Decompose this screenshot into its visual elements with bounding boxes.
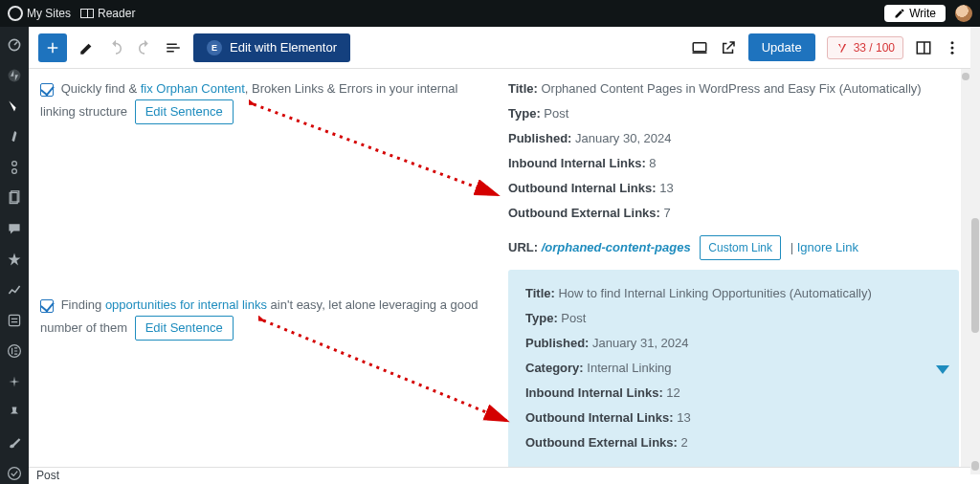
suggestions-column: Title: Orphaned Content Pages in WordPre… bbox=[508, 78, 959, 467]
brush-icon[interactable] bbox=[6, 434, 23, 451]
check-ring-icon[interactable] bbox=[6, 465, 23, 482]
reader-label: Reader bbox=[98, 7, 135, 20]
star-icon[interactable] bbox=[6, 251, 23, 268]
update-button[interactable]: Update bbox=[748, 33, 815, 61]
wp-admin-sidebar bbox=[0, 27, 29, 484]
meta-value: January 30, 2024 bbox=[575, 131, 671, 145]
sentence-block: Finding opportunities for internal links… bbox=[40, 295, 491, 341]
reader-icon bbox=[80, 9, 94, 18]
yoast-icon bbox=[835, 41, 849, 55]
wordpress-logo-icon bbox=[8, 6, 23, 21]
sentence-pre: Quickly find & bbox=[61, 81, 141, 96]
link-icon[interactable] bbox=[6, 159, 23, 176]
suggestion-url[interactable]: /orphaned-content-pages bbox=[542, 240, 691, 254]
elementor-admin-icon[interactable] bbox=[6, 342, 23, 360]
meta-value: Post bbox=[544, 106, 568, 121]
user-avatar[interactable] bbox=[955, 5, 972, 22]
svg-point-12 bbox=[951, 46, 954, 49]
forms-icon[interactable] bbox=[6, 312, 23, 329]
window-scrollbar[interactable] bbox=[970, 27, 980, 474]
content-scrollbar[interactable] bbox=[961, 69, 970, 467]
sentence-anchor[interactable]: fix Orphan Content bbox=[141, 81, 245, 96]
pen-icon bbox=[894, 8, 905, 19]
meta-label: Type: bbox=[525, 311, 558, 325]
sidebar-toggle-button[interactable] bbox=[915, 39, 932, 56]
star2-icon[interactable] bbox=[6, 373, 23, 390]
pushpin-icon[interactable] bbox=[6, 404, 23, 421]
analytics-icon[interactable] bbox=[6, 281, 23, 298]
scrollbar-thumb[interactable] bbox=[971, 218, 979, 333]
meta-label: Type: bbox=[508, 106, 541, 121]
reader-link[interactable]: Reader bbox=[80, 7, 135, 20]
meta-value: Post bbox=[561, 311, 586, 325]
sentence-block: Quickly find & fix Orphan Content, Broke… bbox=[40, 78, 491, 124]
meta-value: How to find Internal Linking Opportuniti… bbox=[558, 286, 871, 300]
undo-button[interactable] bbox=[107, 39, 124, 56]
my-sites-link[interactable]: My Sites bbox=[8, 6, 71, 21]
meta-label: Category: bbox=[525, 361, 584, 375]
meta-value: 2 bbox=[681, 435, 688, 450]
meta-value: January 31, 2024 bbox=[592, 336, 688, 350]
edit-sentence-button[interactable]: Edit Sentence bbox=[135, 99, 234, 124]
dashboard-icon[interactable] bbox=[6, 36, 23, 54]
meta-label: Outbound External Links: bbox=[508, 206, 660, 220]
sentence-checkbox[interactable] bbox=[40, 299, 54, 313]
meta-label: Inbound Internal Links: bbox=[525, 385, 663, 400]
sentence-pre: Finding bbox=[61, 297, 105, 312]
meta-value: Internal Linking bbox=[587, 361, 671, 375]
my-sites-label: My Sites bbox=[27, 7, 71, 20]
custom-link-button[interactable]: Custom Link bbox=[700, 235, 781, 260]
block-breadcrumb: Post bbox=[29, 467, 970, 484]
redo-button[interactable] bbox=[136, 39, 153, 56]
view-post-button[interactable] bbox=[720, 39, 737, 56]
meta-value: 7 bbox=[664, 206, 671, 220]
meta-label: Inbound Internal Links: bbox=[508, 156, 646, 170]
pages-icon[interactable] bbox=[6, 189, 23, 207]
meta-label: URL: bbox=[508, 240, 538, 254]
svg-point-13 bbox=[951, 51, 954, 54]
plus-icon bbox=[44, 39, 61, 56]
svg-rect-4 bbox=[9, 315, 19, 325]
scrollbar-thumb[interactable] bbox=[971, 461, 979, 471]
ignore-link-button[interactable]: Ignore Link bbox=[797, 240, 858, 254]
meta-label: Title: bbox=[508, 81, 538, 96]
sentence-anchor[interactable]: opportunities for internal links bbox=[105, 297, 267, 312]
elementor-button-label: Edit with Elementor bbox=[230, 40, 337, 55]
svg-point-1 bbox=[9, 70, 21, 82]
expand-caret-icon[interactable] bbox=[936, 365, 949, 374]
meta-value: 12 bbox=[666, 385, 679, 400]
more-menu-button[interactable] bbox=[944, 39, 961, 56]
suggestion-card-selected[interactable]: Title: How to find Internal Linking Oppo… bbox=[508, 270, 959, 467]
preview-device-button[interactable] bbox=[691, 39, 708, 56]
svg-point-6 bbox=[9, 468, 21, 480]
yoast-score-text: 33 / 100 bbox=[854, 41, 895, 55]
scrollbar-thumb[interactable] bbox=[962, 73, 969, 80]
write-label: Write bbox=[909, 7, 936, 20]
meta-label: Title: bbox=[525, 286, 555, 300]
posts-icon[interactable] bbox=[6, 98, 23, 115]
edit-sentence-button[interactable]: Edit Sentence bbox=[135, 316, 234, 341]
jetpack-icon[interactable] bbox=[6, 67, 23, 84]
meta-value: 13 bbox=[659, 181, 673, 195]
sentences-column: Quickly find & fix Orphan Content, Broke… bbox=[40, 78, 491, 467]
media-icon[interactable] bbox=[6, 128, 23, 145]
meta-label: Published: bbox=[525, 336, 589, 350]
meta-value: Orphaned Content Pages in WordPress and … bbox=[541, 81, 921, 96]
svg-point-11 bbox=[951, 41, 954, 44]
meta-label: Outbound External Links: bbox=[525, 435, 678, 450]
meta-label: Outbound Internal Links: bbox=[525, 410, 674, 425]
document-outline-button[interactable] bbox=[165, 39, 182, 56]
edit-mode-icon[interactable] bbox=[78, 39, 96, 56]
add-block-button[interactable] bbox=[38, 33, 67, 62]
sentence-checkbox[interactable] bbox=[40, 83, 54, 97]
suggestion-card: Title: Orphaned Content Pages in WordPre… bbox=[508, 78, 959, 260]
breadcrumb-item[interactable]: Post bbox=[36, 469, 59, 482]
edit-with-elementor-button[interactable]: E Edit with Elementor bbox=[193, 33, 350, 62]
meta-value: 13 bbox=[677, 410, 690, 425]
svg-rect-7 bbox=[693, 42, 706, 51]
meta-value: 8 bbox=[649, 156, 656, 170]
comments-icon[interactable] bbox=[6, 220, 23, 237]
meta-label: Outbound Internal Links: bbox=[508, 181, 657, 195]
yoast-score-pill[interactable]: 33 / 100 bbox=[827, 36, 903, 59]
write-button[interactable]: Write bbox=[884, 5, 946, 22]
